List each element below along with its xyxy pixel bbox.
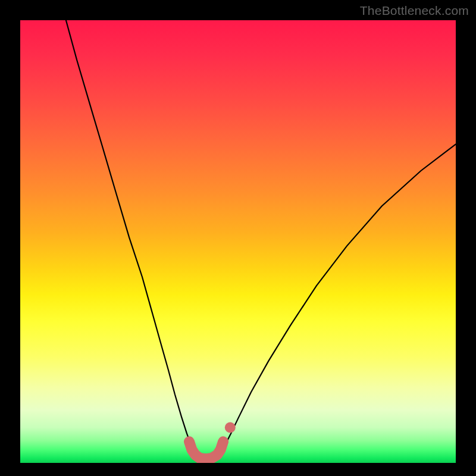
svg-point-0 [225,422,236,433]
watermark-text: TheBottleneck.com [360,4,469,18]
plot-area [20,20,456,463]
curve-svg [20,20,456,463]
black-curve [66,20,456,453]
chart-frame: TheBottleneck.com [0,0,476,476]
valley-marker [189,422,236,459]
